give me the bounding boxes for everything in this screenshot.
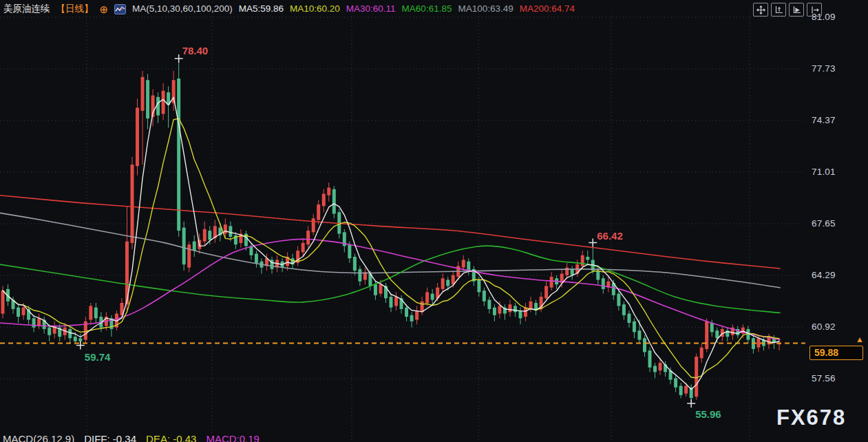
price-axis-label: 71.01 <box>812 167 860 177</box>
macd-diff-value: DIFF: -0.34 <box>84 433 136 442</box>
price-axis-label: 74.37 <box>812 115 860 125</box>
ma100-value: MA100:63.49 <box>458 3 513 15</box>
high-price-label: 78.40 <box>182 45 209 56</box>
price-axis-label: 77.73 <box>812 63 860 74</box>
high-price-label: 66.42 <box>597 230 623 242</box>
add-indicator-icon[interactable]: ⊕ <box>100 4 109 14</box>
macd-params-label: MACD(26,12,9) <box>3 433 74 442</box>
low-price-label: 59.74 <box>85 351 111 363</box>
macd-value: MACD:0.19 <box>206 433 260 442</box>
ma5-value: MA5:59.86 <box>239 3 284 15</box>
chart-toolbar <box>753 3 822 17</box>
arrow-up-icon: ▲ <box>856 335 864 344</box>
ma200-value: MA200:64.74 <box>520 3 575 15</box>
y-axis-scale-icon <box>774 6 783 14</box>
ma60-value: MA60:61.85 <box>402 3 452 15</box>
price-axis-label: 60.92 <box>812 322 860 332</box>
macd-legend: MACD(26,12,9) DIFF: -0.34 DEA: -0.43 MAC… <box>3 433 260 442</box>
ma30-value: MA30:60.11 <box>346 3 396 15</box>
y-axis-scale-button[interactable] <box>771 3 786 17</box>
pan-tool-button[interactable] <box>753 3 768 17</box>
last-price-tag: 59.88 <box>809 346 863 360</box>
symbol-name: 美原油连续 <box>3 3 50 15</box>
candlestick-chart[interactable]: 78.4066.4259.7455.96 <box>0 0 868 442</box>
chart-header: 美原油连续 【日线】 ⊕ MA(5,10,30,60,100,200) MA5:… <box>3 3 575 15</box>
kline-style-icon[interactable] <box>114 4 126 14</box>
watermark: FX678 <box>776 406 846 430</box>
period-label[interactable]: 【日线】 <box>56 3 94 15</box>
x-axis-scale-icon <box>792 6 801 14</box>
ma10-value: MA10:60.20 <box>290 3 340 15</box>
collapse-right-icon <box>810 6 819 14</box>
ma-settings-label[interactable]: MA(5,10,30,60,100,200) <box>132 3 233 15</box>
low-price-label: 55.96 <box>695 408 721 420</box>
macd-dea-value: DEA: -0.43 <box>146 433 196 442</box>
collapse-right-button[interactable] <box>807 3 822 17</box>
price-axis-label: 57.56 <box>812 373 860 383</box>
trading-chart-page: { "header": { "symbol": "美原油连续", "period… <box>0 0 868 442</box>
price-axis-label: 67.65 <box>812 218 860 229</box>
x-axis-scale-button[interactable] <box>789 3 804 17</box>
pan-tool-icon <box>756 6 765 14</box>
price-axis-label: 64.29 <box>812 270 860 280</box>
last-price-value: 59.88 <box>814 347 838 358</box>
